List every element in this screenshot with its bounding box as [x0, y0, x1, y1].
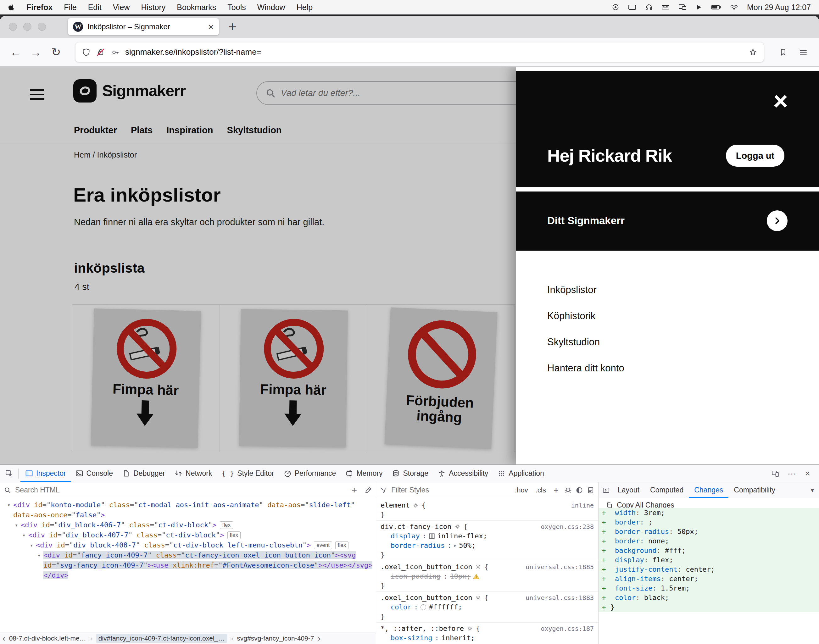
devtools-tab-style-editor[interactable]: { } Style Editor	[217, 465, 279, 482]
headphones-icon[interactable]	[645, 3, 653, 11]
devtools-tab-accessibility[interactable]: Accessibility	[433, 465, 493, 482]
minimize-window-button[interactable]	[23, 23, 31, 31]
toggle-classes-button[interactable]: .cls	[534, 486, 548, 494]
forward-button[interactable]: →	[27, 43, 44, 61]
breadcrumb-child[interactable]: svg#svg-fancy_icon-409-7	[237, 635, 314, 642]
pane-toggle-icon[interactable]	[600, 482, 612, 498]
panel-item-hantera-konto[interactable]: Hantera ditt konto	[547, 363, 624, 374]
pocket-icon[interactable]	[775, 43, 792, 61]
menubar-app-name[interactable]: Firefox	[26, 3, 52, 12]
color-swatch[interactable]	[420, 604, 426, 610]
devtools-tab-debugger[interactable]: Debugger	[118, 465, 170, 482]
responsive-design-icon[interactable]	[768, 469, 782, 478]
css-declaration[interactable]: display: inline-flex;	[376, 531, 598, 541]
app-menu-icon[interactable]	[794, 43, 812, 61]
devtools-options-icon[interactable]: ···	[784, 469, 800, 478]
tab-close-icon[interactable]: ×	[208, 22, 214, 32]
breadcrumb-selected[interactable]: div#fancy_icon-409-7.ct-fancy-icon.oxel_…	[96, 634, 227, 643]
menubar-item-history[interactable]: History	[141, 3, 166, 12]
all-tabs-chevron-icon[interactable]: ▾	[811, 486, 818, 494]
logout-button[interactable]: Logga ut	[726, 145, 784, 167]
markup-node[interactable]: ▾<div id="fancy_icon-409-7" class="ct-fa…	[0, 550, 376, 581]
eyedropper-icon[interactable]	[365, 486, 372, 494]
browser-tab[interactable]: W Inköpslistor – Signmaker ×	[68, 18, 219, 35]
devtools-tab-performance[interactable]: Performance	[279, 465, 341, 482]
markup-node[interactable]: ▾<div id="konto-module" class="ct-modal …	[0, 500, 376, 520]
display-status-icon[interactable]	[628, 3, 636, 11]
css-declaration[interactable]: icon-padding: 10px;	[376, 572, 598, 581]
markup-node[interactable]: ▾<div id="div_block-408-7" class="ct-div…	[0, 540, 376, 550]
flex-highlighter-icon[interactable]	[429, 533, 435, 539]
menubar-item-file[interactable]: File	[64, 3, 77, 12]
menubar-item-view[interactable]: View	[113, 3, 130, 12]
devtools-tab-memory[interactable]: Memory	[340, 465, 387, 482]
menubar-item-tools[interactable]: Tools	[227, 3, 245, 12]
menubar-item-window[interactable]: Window	[257, 3, 285, 12]
breadcrumb-scroll-left-icon[interactable]: ‹	[3, 634, 5, 642]
sidebar-tab-compatibility[interactable]: Compatibility	[729, 482, 781, 498]
devtools-tab-storage[interactable]: Storage	[387, 465, 433, 482]
rule-settings-icon[interactable]	[454, 524, 460, 529]
rule-settings-icon[interactable]	[475, 564, 481, 570]
panel-item-kophistorik[interactable]: Köphistorik	[547, 310, 624, 322]
zoom-window-button[interactable]	[38, 23, 46, 31]
toggle-pseudo-classes-button[interactable]: :hov	[513, 486, 530, 494]
filter-styles-input[interactable]	[391, 486, 509, 494]
devtools-tab-inspector[interactable]: Inspector	[20, 465, 71, 482]
markup-node[interactable]: ▾<div id="div_block-406-7" class="ct-div…	[0, 520, 376, 530]
battery-icon[interactable]	[711, 4, 721, 11]
menubar-clock[interactable]: Mon 29 Aug 12:07	[747, 3, 811, 12]
css-rule[interactable]: div.ct-fancy-icon{oxygen.css:238display:…	[376, 521, 598, 561]
chevron-right-icon[interactable]	[767, 210, 788, 231]
new-tab-button[interactable]: +	[229, 20, 236, 34]
wifi-icon[interactable]	[730, 4, 738, 11]
reload-button[interactable]: ↻	[47, 43, 65, 61]
print-media-icon[interactable]	[587, 486, 594, 494]
account-link-box[interactable]: Ditt Signmakerr	[516, 192, 819, 251]
menubar-item-bookmarks[interactable]: Bookmarks	[177, 3, 216, 12]
light-scheme-icon[interactable]	[564, 486, 572, 494]
pick-element-icon[interactable]	[2, 465, 16, 482]
insecure-lock-icon[interactable]	[96, 48, 105, 57]
css-rule[interactable]: .oxel_icon_button_icon{universal.css:188…	[376, 592, 598, 623]
apple-menu-icon[interactable]	[8, 3, 15, 11]
devtools-tab-application[interactable]: Application	[493, 465, 549, 482]
rule-settings-icon[interactable]	[413, 503, 419, 508]
css-declaration[interactable]: box-sizing: inherit;	[376, 633, 598, 643]
add-node-icon[interactable]: +	[348, 486, 361, 495]
url-bar[interactable]: signmaker.se/inkopslistor/?list-name=	[75, 43, 764, 62]
close-window-button[interactable]	[9, 23, 17, 31]
devtools-close-icon[interactable]: ×	[801, 469, 814, 478]
permissions-icon[interactable]	[111, 48, 120, 57]
sidebar-tab-changes[interactable]: Changes	[689, 482, 729, 498]
css-rule[interactable]: element{inline}	[376, 499, 598, 521]
play-status-icon[interactable]	[695, 4, 702, 11]
tracking-protection-shield-icon[interactable]	[82, 48, 90, 57]
dark-scheme-icon[interactable]	[575, 486, 583, 494]
add-rule-button[interactable]: +	[552, 485, 560, 495]
panel-item-inkopslistor[interactable]: Inköpslistor	[547, 284, 624, 296]
css-rule[interactable]: .oxel_icon_button_icon{universal.css:188…	[376, 561, 598, 592]
close-panel-icon[interactable]	[773, 93, 789, 109]
back-button[interactable]: ←	[7, 43, 25, 61]
markup-node[interactable]: ▾<div id="div_block-407-7" class="ct-div…	[0, 530, 376, 540]
devtools-tab-console[interactable]: Console	[71, 465, 118, 482]
menubar-item-help[interactable]: Help	[297, 3, 313, 12]
css-rule[interactable]: *, ::after, ::before{oxygen.css:187box-s…	[376, 623, 598, 644]
css-declaration[interactable]: border-radius: ▶50%;	[376, 541, 598, 550]
bookmark-star-icon[interactable]	[748, 48, 758, 57]
devtools-tab-network[interactable]: Network	[170, 465, 217, 482]
breadcrumb-scroll-right-icon[interactable]: ›	[317, 634, 321, 642]
search-html-input[interactable]	[15, 486, 344, 494]
keyboard-icon[interactable]	[661, 3, 670, 11]
rule-settings-icon[interactable]	[475, 595, 481, 601]
record-status-icon[interactable]	[612, 3, 619, 11]
breadcrumb-ancestor[interactable]: 08-7.ct-div-block.left-me…	[9, 635, 86, 642]
sidebar-tab-layout[interactable]: Layout	[612, 482, 645, 498]
menubar-item-edit[interactable]: Edit	[88, 3, 101, 12]
sidebar-tab-computed[interactable]: Computed	[645, 482, 689, 498]
screen-mirroring-icon[interactable]	[678, 3, 687, 11]
css-declaration[interactable]: color: #ffffff;	[376, 603, 598, 612]
rule-settings-icon[interactable]	[467, 626, 473, 632]
panel-item-skyltstudion[interactable]: Skyltstudion	[547, 336, 624, 348]
